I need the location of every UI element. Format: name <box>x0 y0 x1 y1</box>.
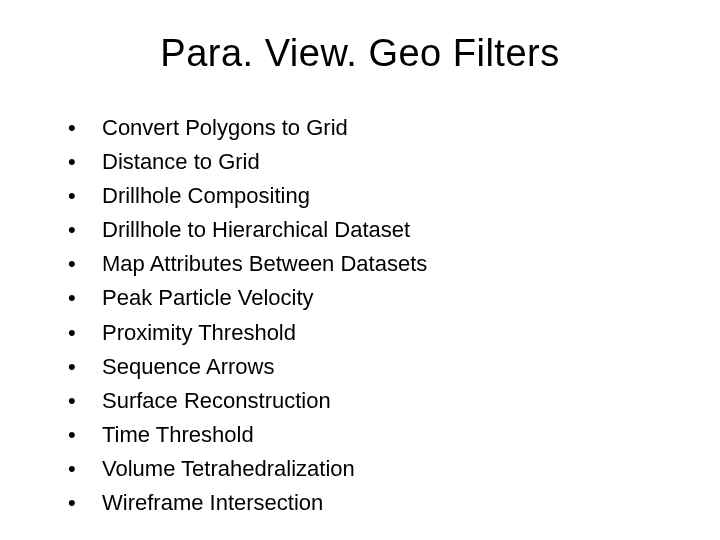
list-item: • Proximity Threshold <box>68 316 670 350</box>
bullet-icon: • <box>68 384 102 418</box>
bullet-icon: • <box>68 281 102 315</box>
bullet-icon: • <box>68 316 102 350</box>
list-item: • Time Threshold <box>68 418 670 452</box>
list-item-text: Volume Tetrahedralization <box>102 452 670 486</box>
bullet-icon: • <box>68 213 102 247</box>
list-item: • Drillhole to Hierarchical Dataset <box>68 213 670 247</box>
bullet-icon: • <box>68 486 102 520</box>
list-item: • Map Attributes Between Datasets <box>68 247 670 281</box>
list-item-text: Drillhole Compositing <box>102 179 670 213</box>
list-item: • Drillhole Compositing <box>68 179 670 213</box>
bullet-icon: • <box>68 179 102 213</box>
bullet-icon: • <box>68 111 102 145</box>
list-item-text: Drillhole to Hierarchical Dataset <box>102 213 670 247</box>
list-item: • Wireframe Intersection <box>68 486 670 520</box>
bullet-icon: • <box>68 350 102 384</box>
list-item: • Peak Particle Velocity <box>68 281 670 315</box>
list-item: • Convert Polygons to Grid <box>68 111 670 145</box>
bullet-icon: • <box>68 418 102 452</box>
list-item-text: Time Threshold <box>102 418 670 452</box>
slide-title: Para. View. Geo Filters <box>50 32 670 75</box>
list-item: • Volume Tetrahedralization <box>68 452 670 486</box>
list-item-text: Map Attributes Between Datasets <box>102 247 670 281</box>
list-item-text: Distance to Grid <box>102 145 670 179</box>
list-item-text: Wireframe Intersection <box>102 486 670 520</box>
list-item-text: Surface Reconstruction <box>102 384 670 418</box>
list-item-text: Peak Particle Velocity <box>102 281 670 315</box>
list-item: • Distance to Grid <box>68 145 670 179</box>
list-item-text: Convert Polygons to Grid <box>102 111 670 145</box>
list-item-text: Proximity Threshold <box>102 316 670 350</box>
bullet-icon: • <box>68 247 102 281</box>
list-item: • Surface Reconstruction <box>68 384 670 418</box>
bullet-icon: • <box>68 452 102 486</box>
bullet-icon: • <box>68 145 102 179</box>
filter-list: • Convert Polygons to Grid • Distance to… <box>50 111 670 520</box>
list-item-text: Sequence Arrows <box>102 350 670 384</box>
list-item: • Sequence Arrows <box>68 350 670 384</box>
